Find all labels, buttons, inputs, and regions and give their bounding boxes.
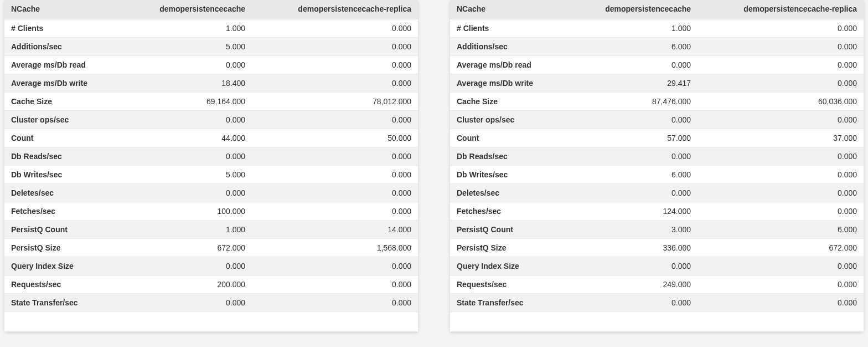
table-row: Query Index Size0.0000.000: [4, 257, 418, 275]
col-header-replica[interactable]: demopersistencecache-replica: [698, 0, 864, 19]
metric-value-primary: 0.000: [122, 184, 252, 202]
table-header-row: NCache demopersistencecache demopersiste…: [450, 0, 864, 19]
metric-value-replica: 0.000: [698, 257, 864, 275]
metric-label: Requests/sec: [4, 275, 122, 294]
table-row: Count57.00037.000: [450, 129, 864, 147]
metric-value-replica: 0.000: [698, 294, 864, 312]
metric-value-replica: 14.000: [252, 221, 418, 239]
metric-label: Query Index Size: [450, 257, 567, 275]
metric-label: Additions/sec: [4, 38, 122, 56]
metric-value-primary: 69,164.000: [122, 93, 252, 111]
table-row: Cache Size69,164.00078,012.000: [4, 93, 418, 111]
table-row: Cluster ops/sec0.0000.000: [4, 111, 418, 129]
metric-value-primary: 29.417: [567, 74, 698, 93]
metric-value-primary: 18.400: [122, 74, 252, 93]
table-row: Db Writes/sec5.0000.000: [4, 166, 418, 184]
metric-value-primary: 0.000: [567, 111, 698, 129]
metric-value-replica: 0.000: [252, 294, 418, 312]
table-row: Average ms/Db read0.0000.000: [4, 56, 418, 74]
table-row: Db Reads/sec0.0000.000: [450, 147, 864, 166]
table-row: Db Reads/sec0.0000.000: [4, 147, 418, 166]
metric-label: Db Writes/sec: [4, 166, 122, 184]
metric-value-replica: 0.000: [698, 74, 864, 93]
metric-value-primary: 0.000: [567, 294, 698, 312]
metric-value-primary: 200.000: [122, 275, 252, 294]
metric-value-replica: 50.000: [252, 129, 418, 147]
table-row: PersistQ Size336.000672.000: [450, 239, 864, 257]
metric-label: Deletes/sec: [4, 184, 122, 202]
metric-value-primary: 100.000: [122, 202, 252, 221]
col-header-primary[interactable]: demopersistencecache: [122, 0, 252, 19]
metric-label: Average ms/Db write: [450, 74, 567, 93]
metric-value-primary: 672.000: [122, 239, 252, 257]
table-row: Requests/sec200.0000.000: [4, 275, 418, 294]
metric-value-primary: 0.000: [567, 56, 698, 74]
metric-label: Cache Size: [450, 93, 567, 111]
metric-value-replica: 37.000: [698, 129, 864, 147]
metric-value-replica: 0.000: [698, 111, 864, 129]
metric-value-primary: 0.000: [122, 56, 252, 74]
metric-value-replica: 1,568.000: [252, 239, 418, 257]
table-row: PersistQ Size672.0001,568.000: [4, 239, 418, 257]
metric-value-primary: 0.000: [567, 184, 698, 202]
metric-value-replica: 0.000: [252, 111, 418, 129]
table-row: Count44.00050.000: [4, 129, 418, 147]
table-row: # Clients1.0000.000: [450, 19, 864, 38]
table-row: Deletes/sec0.0000.000: [4, 184, 418, 202]
metric-value-primary: 6.000: [567, 166, 698, 184]
metric-value-primary: 5.000: [122, 166, 252, 184]
metric-label: Average ms/Db read: [450, 56, 567, 74]
metric-value-replica: 0.000: [252, 74, 418, 93]
stats-table-scroll-right[interactable]: NCache demopersistencecache demopersiste…: [450, 0, 864, 331]
metric-label: Count: [4, 129, 122, 147]
metric-value-replica: 0.000: [698, 202, 864, 221]
metric-label: Average ms/Db write: [4, 74, 122, 93]
metric-label: Count: [450, 129, 567, 147]
metric-label: Fetches/sec: [4, 202, 122, 221]
col-header-metric[interactable]: NCache: [450, 0, 567, 19]
metric-value-primary: 0.000: [567, 147, 698, 166]
table-row: PersistQ Count1.00014.000: [4, 221, 418, 239]
metric-value-replica: 0.000: [698, 147, 864, 166]
table-row: PersistQ Count3.0006.000: [450, 221, 864, 239]
metric-value-replica: 6.000: [698, 221, 864, 239]
metric-value-replica: 0.000: [698, 184, 864, 202]
table-row: Db Writes/sec6.0000.000: [450, 166, 864, 184]
metric-value-primary: 5.000: [122, 38, 252, 56]
metric-value-replica: 60,036.000: [698, 93, 864, 111]
table-row: Cluster ops/sec0.0000.000: [450, 111, 864, 129]
metric-label: Db Reads/sec: [4, 147, 122, 166]
table-row: Fetches/sec124.0000.000: [450, 202, 864, 221]
metric-value-primary: 6.000: [567, 38, 698, 56]
table-row: Average ms/Db read0.0000.000: [450, 56, 864, 74]
col-header-replica[interactable]: demopersistencecache-replica: [252, 0, 418, 19]
table-row: Average ms/Db write18.4000.000: [4, 74, 418, 93]
stats-panel-right: NCache demopersistencecache demopersiste…: [450, 0, 864, 331]
metric-label: Db Writes/sec: [450, 166, 567, 184]
table-row: Average ms/Db write29.4170.000: [450, 74, 864, 93]
stats-table-scroll-left[interactable]: NCache demopersistencecache demopersiste…: [4, 0, 418, 331]
metric-label: PersistQ Size: [450, 239, 567, 257]
metric-label: Fetches/sec: [450, 202, 567, 221]
col-header-metric[interactable]: NCache: [4, 0, 122, 19]
metric-value-primary: 336.000: [567, 239, 698, 257]
table-row: Deletes/sec0.0000.000: [450, 184, 864, 202]
table-row: Additions/sec6.0000.000: [450, 38, 864, 56]
stats-table-left: NCache demopersistencecache demopersiste…: [4, 0, 418, 312]
stats-panel-left: NCache demopersistencecache demopersiste…: [4, 0, 418, 331]
metric-value-replica: 0.000: [698, 166, 864, 184]
table-row: State Transfer/sec0.0000.000: [450, 294, 864, 312]
table-row: State Transfer/sec0.0000.000: [4, 294, 418, 312]
metric-value-replica: 672.000: [698, 239, 864, 257]
table-row: Requests/sec249.0000.000: [450, 275, 864, 294]
metric-value-primary: 87,476.000: [567, 93, 698, 111]
metric-label: # Clients: [450, 19, 567, 38]
table-row: Fetches/sec100.0000.000: [4, 202, 418, 221]
col-header-primary[interactable]: demopersistencecache: [567, 0, 698, 19]
metric-value-replica: 0.000: [252, 56, 418, 74]
stats-panels-container: NCache demopersistencecache demopersiste…: [0, 0, 868, 347]
table-header-row: NCache demopersistencecache demopersiste…: [4, 0, 418, 19]
table-row: Cache Size87,476.00060,036.000: [450, 93, 864, 111]
metric-value-replica: 0.000: [252, 19, 418, 38]
metric-label: Cluster ops/sec: [450, 111, 567, 129]
